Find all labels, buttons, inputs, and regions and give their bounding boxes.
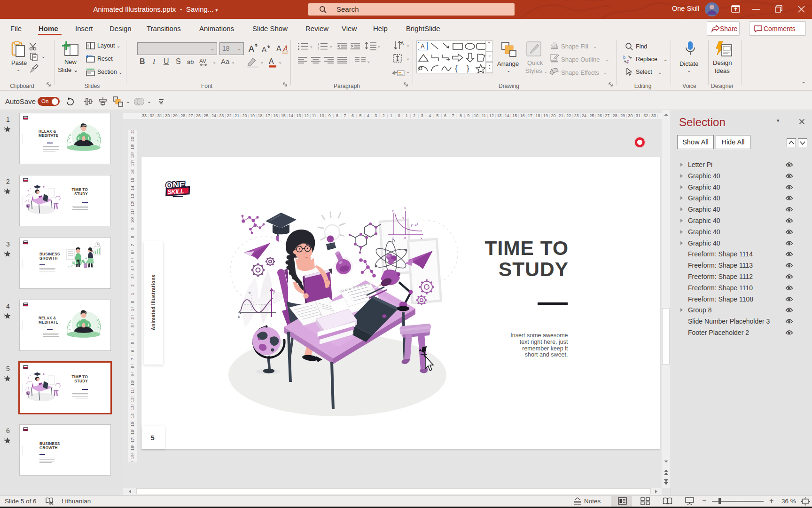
svg-text:x: x [402,216,404,220]
svg-text:b: b [623,55,625,60]
svg-text:SKILL: SKILL [167,188,184,195]
svg-text:A: A [269,57,274,65]
svg-text:x: x [421,236,422,240]
svg-text:v: v [392,208,394,213]
svg-text:A: A [276,45,281,53]
svg-text:v: v [404,206,406,210]
svg-text:3: 3 [318,48,319,50]
svg-text:A: A [421,43,425,50]
svg-text:A: A [262,45,266,53]
svg-text:o: o [404,236,406,240]
svg-text:A: A [249,44,254,54]
svg-text:x: x [238,314,240,319]
svg-text:A: A [400,40,404,46]
svg-text:e: e [249,290,251,294]
svg-text:y=c³: y=c³ [411,222,418,227]
svg-text:AV: AV [199,58,206,64]
svg-text:y: y [273,289,275,294]
